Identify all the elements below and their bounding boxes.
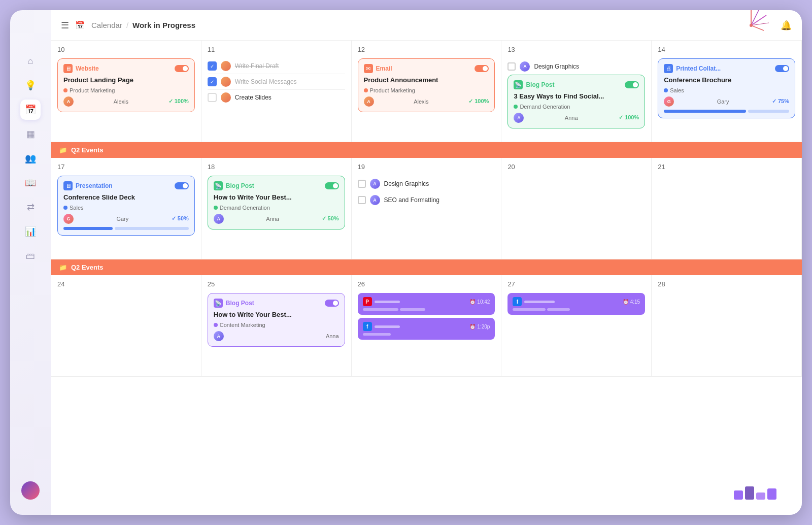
task-label: Design Graphics bbox=[534, 63, 579, 70]
task-checkbox[interactable] bbox=[358, 196, 366, 204]
calendar-day-24: 24 bbox=[51, 275, 201, 377]
blog-type-icon: 📡 bbox=[514, 80, 523, 89]
social-card-facebook-26[interactable]: f ⏰1:20p bbox=[358, 318, 495, 340]
checklist-text: Create Slides bbox=[235, 94, 345, 101]
sidebar-icon-calendar[interactable]: 📅 bbox=[20, 100, 41, 120]
card-toggle[interactable] bbox=[175, 182, 189, 189]
sidebar-icon-chart[interactable]: 📊 bbox=[20, 221, 41, 242]
assignee-avatar: A bbox=[214, 331, 224, 341]
social-time-facebook-27: ⏰4:15 bbox=[623, 299, 640, 305]
card-toggle[interactable] bbox=[475, 65, 489, 72]
breadcrumb: Calendar / Work in Progress bbox=[91, 21, 195, 29]
card-toggle[interactable] bbox=[625, 81, 639, 88]
sidebar-icon-table[interactable]: ▦ bbox=[20, 124, 41, 144]
q2-banner-2-label: Q2 Events bbox=[71, 264, 104, 271]
card-toggle[interactable] bbox=[775, 65, 789, 72]
social-bar bbox=[363, 333, 391, 336]
checklist-item: ✓ Write Social Messages bbox=[208, 74, 345, 90]
notification-bell[interactable]: 🔔 bbox=[781, 20, 792, 31]
task-label: Design Graphics bbox=[384, 180, 429, 187]
calendar-day-25: 25 📡 Blog Post How to Write Your Best...… bbox=[201, 275, 352, 377]
tag-dot bbox=[664, 88, 668, 92]
assignee-avatar: A bbox=[514, 113, 524, 123]
card-type-label: Blog Post bbox=[226, 300, 322, 307]
svg-point-5 bbox=[750, 24, 753, 27]
day-number-21: 21 bbox=[658, 163, 795, 171]
q2-banner-2: 📁 Q2 Events bbox=[51, 259, 802, 275]
card-blog-13[interactable]: 📡 Blog Post 3 Easy Ways to Find Social..… bbox=[507, 75, 645, 128]
card-toggle[interactable] bbox=[325, 182, 339, 189]
day-number-20: 20 bbox=[507, 163, 645, 171]
assignee-avatar: A bbox=[214, 214, 224, 224]
card-tag-label: Content Marketing bbox=[220, 322, 265, 328]
progress-empty bbox=[748, 110, 789, 113]
day-number-17: 17 bbox=[57, 163, 195, 171]
checklist-text: Write Social Messages bbox=[235, 78, 345, 85]
checkbox-done[interactable]: ✓ bbox=[208, 77, 217, 86]
card-presentation[interactable]: 🖥 Presentation Conference Slide Deck Sal… bbox=[57, 176, 195, 236]
card-blog-25[interactable]: 📡 Blog Post How to Write Your Best... Co… bbox=[208, 293, 345, 347]
user-avatar[interactable] bbox=[21, 481, 40, 500]
card-toggle[interactable] bbox=[325, 300, 339, 307]
card-email[interactable]: ✉ Email Product Announcement Product Mar… bbox=[358, 58, 495, 112]
assignee-name: Gary bbox=[717, 99, 729, 105]
assignee-avatar: G bbox=[664, 96, 674, 107]
q2-banner-1: 📁 Q2 Events bbox=[51, 142, 802, 158]
sidebar: ⌂ 💡 📅 ▦ 👥 📖 ⇄ 📊 🗃 bbox=[10, 10, 51, 515]
calendar-day-19: 19 A Design Graphics A SEO and Formattin… bbox=[352, 158, 502, 259]
task-avatar: A bbox=[520, 61, 530, 72]
sidebar-icon-shuffle[interactable]: ⇄ bbox=[20, 197, 41, 217]
task-checkbox[interactable] bbox=[358, 180, 366, 188]
sidebar-icon-book[interactable]: 📖 bbox=[20, 173, 41, 193]
task-checkbox[interactable] bbox=[507, 62, 516, 71]
card-tag-label: Demand Generation bbox=[520, 104, 570, 110]
calendar-icon: 📅 bbox=[75, 20, 85, 30]
checklist-container: ✓ Write Final Draft ✓ Write Social Messa… bbox=[208, 58, 345, 105]
card-tag-label: Sales bbox=[70, 205, 84, 211]
card-percent: ✓ 100% bbox=[468, 98, 489, 105]
facebook-icon: f bbox=[363, 322, 372, 331]
breadcrumb-calendar: Calendar bbox=[91, 21, 122, 29]
day-number-12: 12 bbox=[358, 46, 495, 53]
card-blog-18[interactable]: 📡 Blog Post How to Write Your Best... De… bbox=[208, 176, 345, 229]
q2-banner-label: Q2 Events bbox=[71, 146, 104, 154]
website-type-icon: 🖥 bbox=[63, 64, 73, 73]
sidebar-icon-idea[interactable]: 💡 bbox=[20, 75, 41, 95]
sidebar-icon-home[interactable]: ⌂ bbox=[20, 51, 41, 71]
sidebar-icon-archive[interactable]: 🗃 bbox=[20, 246, 41, 266]
calendar-area: 10 🖥 Website Product Landing Page Produc… bbox=[51, 41, 802, 515]
presentation-type-icon: 🖥 bbox=[63, 181, 73, 190]
social-card-pinterest[interactable]: P ⏰10:42 bbox=[358, 293, 495, 315]
calendar-day-26: 26 P ⏰10:42 bbox=[352, 275, 502, 377]
card-percent: ✓ 100% bbox=[168, 98, 189, 105]
menu-icon[interactable]: ☰ bbox=[61, 20, 69, 31]
tag-dot bbox=[364, 88, 368, 92]
task-design-graphics-19: A Design Graphics bbox=[358, 176, 495, 192]
checklist-avatar bbox=[221, 77, 231, 87]
card-toggle[interactable] bbox=[175, 65, 189, 72]
printed-type-icon: 🖨 bbox=[664, 64, 673, 73]
checklist-avatar bbox=[221, 92, 231, 103]
card-website[interactable]: 🖥 Website Product Landing Page Product M… bbox=[57, 58, 195, 112]
card-type-label: Printed Collat... bbox=[676, 65, 772, 72]
calendar-day-12: 12 ✉ Email Product Announcement Product … bbox=[352, 41, 502, 142]
card-type-label: Blog Post bbox=[226, 182, 322, 189]
tag-dot bbox=[514, 105, 518, 109]
calendar-day-11: 11 ✓ Write Final Draft ✓ Write Social Me… bbox=[201, 41, 352, 142]
card-printed[interactable]: 🖨 Printed Collat... Conference Brochure … bbox=[658, 58, 795, 118]
checkbox-done[interactable]: ✓ bbox=[208, 61, 217, 71]
task-avatar: A bbox=[370, 195, 380, 205]
blog-type-icon: 📡 bbox=[214, 181, 223, 190]
card-tag-label: Demand Generation bbox=[220, 205, 270, 211]
card-type-label: Presentation bbox=[76, 182, 172, 189]
social-card-facebook-27[interactable]: f ⏰4:15 bbox=[507, 293, 645, 315]
card-title: Conference Brochure bbox=[664, 76, 789, 85]
day-number-27: 27 bbox=[507, 280, 645, 288]
social-bar bbox=[400, 308, 425, 311]
day-number-10: 10 bbox=[57, 46, 195, 53]
breadcrumb-separator: / bbox=[126, 21, 128, 29]
checkbox-empty[interactable] bbox=[208, 93, 217, 102]
sidebar-icon-users[interactable]: 👥 bbox=[20, 148, 41, 169]
calendar-day-10: 10 🖥 Website Product Landing Page Produc… bbox=[51, 41, 201, 142]
tag-dot bbox=[63, 206, 67, 210]
